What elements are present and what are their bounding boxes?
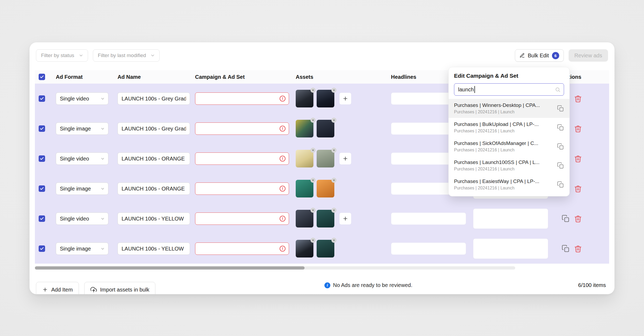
asset-thumbnail[interactable]: × <box>317 180 334 197</box>
campaign-adset-input[interactable]: ! <box>195 92 289 105</box>
select-all-checkbox[interactable] <box>39 74 45 80</box>
ad-format-select[interactable]: Single video <box>56 152 108 165</box>
delete-row-button[interactable] <box>574 185 582 193</box>
asset-thumbnail[interactable]: × <box>317 240 334 257</box>
campaign-option-title: Purchases | SickOfAdsManager | C... <box>454 140 554 146</box>
plus-icon <box>342 96 348 102</box>
asset-thumbnail[interactable]: × <box>317 90 334 107</box>
filter-by-status-dropdown[interactable]: Filter by status <box>36 49 88 62</box>
campaign-adset-input[interactable]: ! <box>195 122 289 135</box>
row-checkbox[interactable] <box>39 215 45 222</box>
ad-format-select[interactable]: Single video <box>56 212 108 225</box>
items-count: 6/100 items <box>578 282 606 288</box>
remove-asset-icon[interactable]: × <box>331 178 336 183</box>
check-icon <box>40 96 44 101</box>
ad-name-input[interactable] <box>118 122 190 135</box>
bulk-edit-button[interactable]: Bulk Edit 6 <box>515 49 564 62</box>
row-checkbox[interactable] <box>39 125 45 132</box>
campaign-adset-input[interactable]: ! <box>195 152 289 165</box>
delete-row-button[interactable] <box>574 125 582 133</box>
horizontal-scrollbar[interactable] <box>35 266 515 270</box>
campaign-adset-input[interactable]: ! <box>195 182 289 195</box>
delete-row-button[interactable] <box>574 245 582 253</box>
delete-row-button[interactable] <box>574 155 582 163</box>
copy-campaign-button[interactable] <box>557 162 564 169</box>
remove-asset-icon[interactable]: × <box>331 238 336 243</box>
remove-asset-icon[interactable]: × <box>310 208 316 213</box>
ad-name-input[interactable] <box>118 242 190 255</box>
footer-bar: Add Item Import assets in bulk i No Ads … <box>36 274 608 294</box>
copy-icon <box>557 181 564 188</box>
row-checkbox[interactable] <box>39 245 45 252</box>
duplicate-row-button[interactable] <box>562 215 570 223</box>
campaign-option[interactable]: Purchases | SickOfAdsManager | C... Purc… <box>449 137 569 156</box>
ad-format-select[interactable]: Single image <box>56 182 108 195</box>
campaign-option[interactable]: Purchases | Launch100SS | CPA | L... Pur… <box>449 156 569 175</box>
remove-asset-icon[interactable]: × <box>331 148 336 153</box>
description-input[interactable] <box>473 238 548 259</box>
asset-thumbnail[interactable]: × <box>296 180 313 197</box>
remove-asset-icon[interactable]: × <box>310 238 316 243</box>
remove-asset-icon[interactable]: × <box>331 208 336 213</box>
campaign-adset-input[interactable]: ! <box>195 212 289 225</box>
import-assets-button[interactable]: Import assets in bulk <box>84 282 155 294</box>
ad-name-input[interactable] <box>118 92 190 105</box>
ad-name-input[interactable] <box>118 152 190 165</box>
asset-thumbnail[interactable]: × <box>296 150 313 167</box>
add-asset-button[interactable] <box>339 152 352 165</box>
plus-icon <box>342 156 348 162</box>
copy-campaign-button[interactable] <box>557 105 564 112</box>
copy-campaign-button[interactable] <box>557 181 564 188</box>
duplicate-row-button[interactable] <box>562 245 570 253</box>
ad-name-input[interactable] <box>118 182 190 195</box>
headline-input[interactable] <box>391 212 466 225</box>
remove-asset-icon[interactable]: × <box>310 148 316 153</box>
chevron-down-icon <box>100 156 105 161</box>
scrollbar-thumb[interactable] <box>35 266 305 270</box>
remove-asset-icon[interactable]: × <box>310 178 316 183</box>
review-ads-button[interactable]: Review ads <box>569 49 608 62</box>
campaign-option-title: Purchases | EasiestWay | CPA | LP-... <box>454 178 554 184</box>
delete-row-button[interactable] <box>574 215 582 223</box>
campaign-option[interactable]: Purchases | Winners-Desktop | CPA... Pur… <box>449 99 569 118</box>
asset-thumbnail[interactable]: × <box>296 120 313 137</box>
headline-input[interactable] <box>391 242 466 255</box>
search-value: launch <box>458 87 474 93</box>
campaign-adset-input[interactable]: ! <box>195 242 289 255</box>
copy-campaign-button[interactable] <box>557 124 564 131</box>
campaign-option-title: Purchases | BulkUpload | CPA | LP-... <box>454 121 554 127</box>
remove-asset-icon[interactable]: × <box>331 118 336 123</box>
remove-asset-icon[interactable]: × <box>331 88 336 93</box>
asset-thumbnail[interactable]: × <box>296 210 313 227</box>
asset-thumbnail[interactable]: × <box>296 240 313 257</box>
campaign-option[interactable]: Purchases | BulkUpload | CPA | LP-... Pu… <box>449 118 569 137</box>
row-checkbox[interactable] <box>39 185 45 192</box>
campaign-search-input[interactable]: launch <box>454 83 564 96</box>
delete-row-button[interactable] <box>574 95 582 103</box>
row-checkbox[interactable] <box>39 155 45 162</box>
campaign-option[interactable]: Purchases | EasiestWay | CPA | LP-... Pu… <box>449 175 569 194</box>
ad-format-select[interactable]: Single video <box>56 92 108 105</box>
pencil-icon <box>519 53 525 58</box>
remove-asset-icon[interactable]: × <box>310 118 316 123</box>
copy-campaign-button[interactable] <box>557 143 564 150</box>
import-assets-label: Import assets in bulk <box>100 287 149 293</box>
add-asset-button[interactable] <box>339 212 352 225</box>
description-input[interactable] <box>473 208 548 229</box>
asset-thumbnail[interactable]: × <box>296 90 313 107</box>
filter-by-last-modified-dropdown[interactable]: Filter by last modified <box>93 49 160 62</box>
error-icon: ! <box>280 186 286 192</box>
campaign-option-subtitle: Purchases | 20241216 | Launch <box>454 186 554 191</box>
popup-title: Edit Campaign & Ad Set <box>449 73 569 79</box>
add-item-button[interactable]: Add Item <box>36 282 79 294</box>
row-checkbox[interactable] <box>39 95 45 102</box>
ad-format-value: Single image <box>60 186 91 192</box>
asset-thumbnail[interactable]: × <box>317 210 334 227</box>
asset-thumbnail[interactable]: × <box>317 150 334 167</box>
add-asset-button[interactable] <box>339 92 352 105</box>
asset-thumbnail[interactable]: × <box>317 120 334 137</box>
ad-name-input[interactable] <box>118 212 190 225</box>
remove-asset-icon[interactable]: × <box>310 88 316 93</box>
ad-format-select[interactable]: Single image <box>56 122 108 135</box>
ad-format-select[interactable]: Single image <box>56 242 108 255</box>
